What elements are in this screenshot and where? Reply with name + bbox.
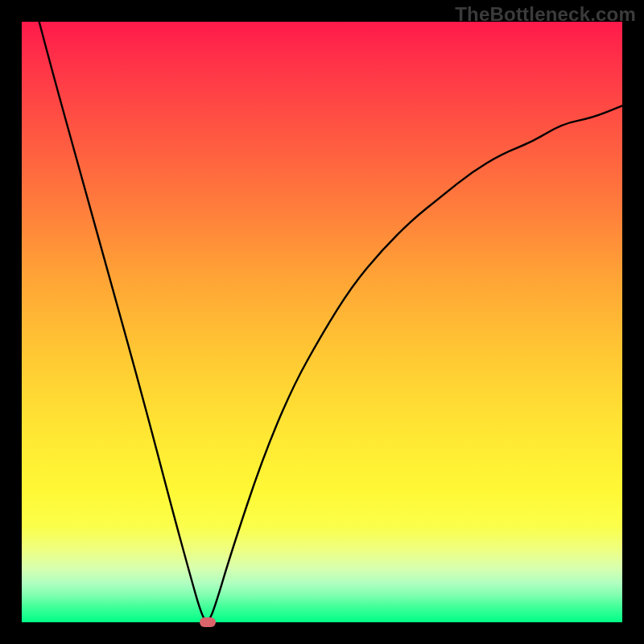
optimum-marker [200, 617, 216, 627]
bottleneck-curve [22, 22, 622, 622]
chart-frame: TheBottleneck.com [0, 0, 644, 644]
watermark-text: TheBottleneck.com [455, 3, 636, 26]
